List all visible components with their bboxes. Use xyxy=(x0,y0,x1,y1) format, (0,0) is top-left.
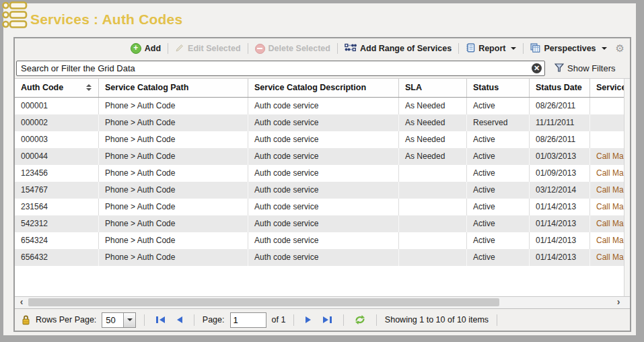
cell-status-date: 08/26/2011 xyxy=(530,98,590,114)
rows-per-page-label: Rows Per Page: xyxy=(36,315,96,324)
chevron-down-icon xyxy=(602,47,607,50)
cell-path: Phone > Auth Code xyxy=(99,114,248,131)
column-header-label: Status xyxy=(473,83,499,97)
table-row[interactable]: 542312Phone > Auth CodeAuth code service… xyxy=(15,215,624,232)
cell-path: Phone > Auth Code xyxy=(99,215,248,232)
cell-path: Phone > Auth Code xyxy=(99,98,248,114)
report-notebook-icon xyxy=(466,43,475,55)
search-input[interactable] xyxy=(16,61,545,76)
column-header-label: SLA xyxy=(405,83,422,97)
cell-status-date: 01/03/2013 xyxy=(530,148,590,165)
cell-sla: As Needed xyxy=(399,148,467,165)
table-row[interactable]: 123456Phone > Auth CodeAuth code service… xyxy=(15,165,624,182)
cell-service-host: Call Manag xyxy=(590,249,624,266)
select-dropdown-button[interactable] xyxy=(123,313,135,327)
cell-service-host xyxy=(590,114,624,131)
lock-icon[interactable] xyxy=(22,314,30,325)
cell-description: Auth code service xyxy=(248,249,399,266)
cell-sla xyxy=(399,215,467,232)
column-header-service-catalog-description[interactable]: Service Catalog Description xyxy=(248,79,399,97)
cell-sla xyxy=(399,165,467,182)
add-range-of-services-label: Add Range of Services xyxy=(360,44,452,53)
cell-service-host xyxy=(590,98,624,114)
cell-sla: As Needed xyxy=(399,114,467,131)
cell-status-date: 01/09/2013 xyxy=(530,165,590,182)
cell-path: Phone > Auth Code xyxy=(99,182,248,199)
cell-status: Active xyxy=(467,148,530,165)
cell-service-host: Call Manag xyxy=(590,182,624,199)
table-row[interactable]: 000003Phone > Auth CodeAuth code service… xyxy=(15,131,624,148)
cell-auth-code: 000001 xyxy=(15,98,99,114)
column-header-service-host[interactable]: Service H xyxy=(590,79,624,97)
delete-selected-button[interactable]: Delete Selected xyxy=(255,44,330,54)
search-row: ✕ Show Filters xyxy=(15,59,630,79)
table-row[interactable]: 000002Phone > Auth CodeAuth code service… xyxy=(15,114,624,131)
previous-page-button[interactable] xyxy=(177,316,182,323)
cell-sla xyxy=(399,182,467,199)
cell-description: Auth code service xyxy=(248,98,399,114)
cell-service-host: Call Manag xyxy=(590,232,624,249)
gear-icon[interactable]: ⚙ xyxy=(616,44,624,54)
clear-search-icon[interactable]: ✕ xyxy=(532,63,542,73)
cell-description: Auth code service xyxy=(248,182,399,199)
table-row[interactable]: 656432Phone > Auth CodeAuth code service… xyxy=(15,249,624,266)
report-label: Report xyxy=(478,44,505,53)
column-header-label: Auth Code xyxy=(21,83,63,97)
cell-path: Phone > Auth Code xyxy=(99,165,248,182)
horizontal-scrollbar-track[interactable]: ‹ › xyxy=(15,296,630,308)
column-header-auth-code[interactable]: Auth Code xyxy=(15,79,99,97)
column-header-status[interactable]: Status xyxy=(467,79,530,97)
scroll-right-arrow-icon[interactable]: › xyxy=(614,298,623,307)
column-header-status-date[interactable]: Status Date xyxy=(530,79,590,97)
last-page-button[interactable] xyxy=(323,316,332,323)
show-filters-button[interactable]: Show Filters xyxy=(554,63,616,74)
cell-status-date: 01/14/2013 xyxy=(530,232,590,249)
column-header-label: Service Catalog Path xyxy=(105,83,188,97)
range-icon xyxy=(345,43,357,54)
refresh-button[interactable] xyxy=(355,314,365,325)
table-row[interactable]: 654324Phone > Auth CodeAuth code service… xyxy=(15,232,624,249)
vertical-scrollbar[interactable] xyxy=(624,79,630,296)
search-input-wrap: ✕ xyxy=(16,61,545,76)
column-header-service-catalog-path[interactable]: Service Catalog Path xyxy=(99,79,248,97)
items-summary: Showing 1 to 10 of 10 items xyxy=(385,315,489,324)
window-frame: Services : Auth Codes + Add Edit Selecte… xyxy=(0,0,644,342)
page-input[interactable] xyxy=(230,312,266,328)
add-button[interactable]: + Add xyxy=(131,43,161,54)
next-page-button[interactable] xyxy=(306,316,311,323)
table-row[interactable]: 000001Phone > Auth CodeAuth code service… xyxy=(15,98,624,114)
pager-separator xyxy=(144,314,145,326)
cell-description: Auth code service xyxy=(248,114,399,131)
cell-status: Active xyxy=(467,98,530,114)
cell-sla xyxy=(399,232,467,249)
pager-separator xyxy=(343,314,344,326)
scroll-left-arrow-icon[interactable]: ‹ xyxy=(17,298,26,307)
rows-per-page-select[interactable]: 50 xyxy=(102,312,136,328)
cell-service-host xyxy=(590,131,624,148)
add-range-of-services-button[interactable]: Add Range of Services xyxy=(345,43,452,54)
cell-status: Reserved xyxy=(467,114,530,131)
perspectives-button[interactable]: Perspectives xyxy=(530,43,606,55)
grid-body: 000001Phone > Auth CodeAuth code service… xyxy=(15,98,624,266)
edit-selected-button[interactable]: Edit Selected xyxy=(175,43,241,55)
toolbar-separator xyxy=(458,43,459,54)
toolbar-separator xyxy=(248,43,248,54)
cell-auth-code: 123456 xyxy=(15,165,99,182)
cell-auth-code: 000002 xyxy=(15,114,99,131)
cell-auth-code: 654324 xyxy=(15,232,99,249)
column-header-sla[interactable]: SLA xyxy=(399,79,467,97)
toolbar-separator xyxy=(337,43,338,54)
first-page-button[interactable] xyxy=(156,316,165,323)
cell-status: Active xyxy=(467,182,530,199)
table-row[interactable]: 154767Phone > Auth CodeAuth code service… xyxy=(15,182,624,199)
table-row[interactable]: 231564Phone > Auth CodeAuth code service… xyxy=(15,199,624,215)
refresh-icon xyxy=(355,314,365,325)
horizontal-scrollbar-thumb[interactable] xyxy=(28,298,499,306)
report-button[interactable]: Report xyxy=(466,43,516,55)
delete-selected-label: Delete Selected xyxy=(269,44,330,53)
show-filters-label: Show Filters xyxy=(567,63,616,73)
table-row[interactable]: 000044Phone > Auth CodeAuth code service… xyxy=(15,148,624,165)
perspectives-layers-icon xyxy=(530,43,540,55)
pager-separator xyxy=(497,314,497,326)
pager-separator xyxy=(293,314,294,326)
